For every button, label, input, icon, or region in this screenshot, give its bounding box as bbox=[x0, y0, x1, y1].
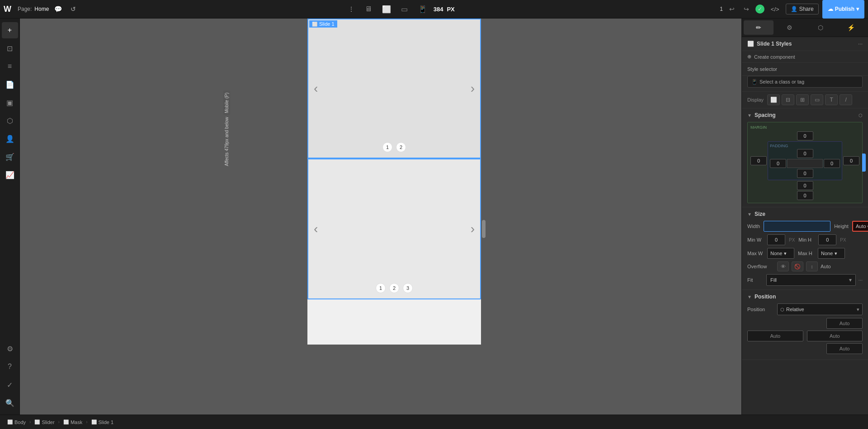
sidebar-icon-users[interactable]: 👤 bbox=[2, 131, 18, 147]
pos-auto-top[interactable]: Auto bbox=[826, 318, 863, 329]
redo-btn[interactable]: ↪ bbox=[741, 4, 752, 14]
sidebar-icon-menu[interactable]: ≡ bbox=[2, 58, 18, 75]
publish-btn[interactable]: ☁ Publish ▾ bbox=[822, 0, 864, 19]
create-component-btn[interactable]: ⊕ Create component bbox=[742, 51, 868, 63]
spacing-right-handle[interactable] bbox=[862, 154, 866, 172]
code-btn[interactable]: </> bbox=[768, 4, 782, 14]
overflow-hidden-btn[interactable]: 🚫 bbox=[792, 261, 803, 271]
sidebar-icon-add[interactable]: + bbox=[2, 22, 18, 38]
overflow-auto-label[interactable]: Auto bbox=[821, 264, 831, 269]
pos-auto-bottom[interactable]: Auto bbox=[826, 343, 863, 354]
tablet-btn[interactable]: ⬜ bbox=[379, 2, 394, 16]
sidebar-icon-pages[interactable]: 📄 bbox=[2, 76, 18, 93]
sidebar-icon-help[interactable]: ? bbox=[2, 359, 18, 375]
position-collapse[interactable]: ▼ bbox=[747, 294, 752, 299]
nav-arrow-right[interactable]: › bbox=[471, 81, 475, 96]
tab-style[interactable]: ✏ bbox=[744, 20, 774, 35]
margin-bottom-input[interactable]: 0 bbox=[797, 181, 813, 190]
position-value: Relative bbox=[786, 307, 804, 312]
tab-interactions[interactable]: ⬡ bbox=[806, 20, 835, 35]
margin-left-input[interactable]: 0 bbox=[750, 156, 767, 165]
dot-1[interactable]: 1 bbox=[382, 142, 392, 152]
preview-btn[interactable]: ↺ bbox=[67, 3, 80, 15]
breadcrumb-mask[interactable]: ⬜ Mask bbox=[60, 418, 86, 427]
overflow-visible-btn[interactable]: 👁 bbox=[777, 261, 789, 271]
width-input[interactable] bbox=[764, 221, 830, 232]
overflow-scroll-btn[interactable]: ↕ bbox=[806, 261, 818, 271]
margin-top-input[interactable]: 0 bbox=[797, 131, 813, 140]
styles-more-btn[interactable]: ··· bbox=[858, 41, 863, 47]
fit-label: Fit bbox=[747, 277, 764, 283]
padding-left-input[interactable]: 0 bbox=[770, 159, 786, 168]
breadcrumb-slide1[interactable]: ⬜ Slide 1 bbox=[88, 418, 118, 427]
padding-label: PADDING bbox=[770, 144, 840, 148]
dot-b-1[interactable]: 1 bbox=[376, 283, 386, 293]
margin-right-input[interactable]: 0 bbox=[843, 156, 859, 165]
more-options-btn[interactable]: ⋮ bbox=[345, 3, 358, 15]
sidebar-icon-components[interactable]: ⬡ bbox=[2, 112, 18, 129]
topbar-left: W Page: Home 💬 ↺ bbox=[4, 3, 80, 15]
position-select[interactable]: ⬡ Relative ▾ bbox=[777, 303, 863, 315]
sidebar-icon-settings[interactable]: ⚙ bbox=[2, 340, 18, 357]
breadcrumb-slider[interactable]: ⬜ Slider bbox=[31, 418, 58, 427]
fit-dropdown[interactable]: Fill ▾ bbox=[766, 274, 856, 286]
sidebar-icon-search[interactable]: 🔍 bbox=[2, 395, 18, 411]
tab-logic[interactable]: ⚡ bbox=[836, 20, 866, 35]
display-code-btn[interactable]: / bbox=[840, 94, 852, 105]
tab-settings[interactable]: ⚙ bbox=[774, 20, 804, 35]
sidebar-icon-ecommerce[interactable]: 🛒 bbox=[2, 149, 18, 165]
breadcrumb-bar: ⬜ Body › ⬜ Slider › ⬜ Mask › ⬜ Slide 1 bbox=[0, 415, 868, 429]
dot-2[interactable]: 2 bbox=[396, 142, 406, 152]
sidebar-icon-layers[interactable]: ⊡ bbox=[2, 40, 18, 56]
comment-btn[interactable]: 💬 bbox=[52, 3, 64, 15]
undo-btn[interactable]: ↩ bbox=[726, 4, 737, 14]
sidebar-icon-assets[interactable]: ▣ bbox=[2, 94, 18, 111]
padding-bottom-input[interactable]: 0 bbox=[797, 169, 813, 178]
sidebar-icon-marketing[interactable]: 📈 bbox=[2, 167, 18, 183]
display-text-btn[interactable]: T bbox=[825, 94, 838, 105]
page-name[interactable]: Home bbox=[34, 6, 49, 12]
resize-handle[interactable] bbox=[482, 220, 486, 238]
share-icon: 👤 bbox=[791, 6, 797, 12]
tablet-sm-btn[interactable]: ▭ bbox=[397, 2, 412, 16]
spacing-more-btn[interactable]: ⬡ bbox=[859, 113, 863, 118]
slide-label: ⬜ Slide 1 bbox=[309, 20, 337, 28]
min-w-input[interactable] bbox=[767, 234, 785, 245]
extra-padding-input[interactable]: 0 bbox=[797, 191, 813, 200]
padding-top-input[interactable]: 0 bbox=[797, 149, 813, 158]
display-block-btn[interactable]: ⬜ bbox=[767, 94, 780, 105]
sidebar-icon-tasks[interactable]: ✓ bbox=[2, 377, 18, 393]
padding-right-input[interactable]: 0 bbox=[824, 159, 840, 168]
pos-auto-right[interactable]: Auto bbox=[807, 331, 863, 341]
fit-more-btn[interactable]: ··· bbox=[859, 277, 863, 283]
dot-indicators-bottom: 1 2 3 bbox=[376, 283, 413, 293]
position-chevron: ▾ bbox=[857, 307, 859, 312]
spacing-collapse[interactable]: ▼ bbox=[747, 113, 752, 118]
dot-b-3[interactable]: 3 bbox=[403, 283, 413, 293]
min-h-input[interactable] bbox=[818, 234, 836, 245]
slide1[interactable]: ⬜ Slide 1 ‹ › 1 2 bbox=[307, 19, 481, 159]
height-input-wrap[interactable]: Auto ▾ bbox=[852, 221, 868, 232]
margin-right-cell: 0 bbox=[843, 141, 859, 180]
overflow-row: Overflow 👁 🚫 ↕ Auto bbox=[747, 261, 863, 271]
padding-top-row: 0 bbox=[770, 149, 840, 158]
slide1-icon: ⬜ bbox=[91, 420, 97, 424]
display-inline-btn[interactable]: ▭ bbox=[811, 94, 823, 105]
max-w-dropdown[interactable]: None ▾ bbox=[767, 248, 794, 259]
size-collapse[interactable]: ▼ bbox=[747, 212, 752, 217]
pos-auto-left[interactable]: Auto bbox=[747, 331, 803, 341]
display-flex-btn[interactable]: ⊟ bbox=[782, 94, 794, 105]
nav-arrow-left[interactable]: ‹ bbox=[314, 81, 318, 96]
nav-arrow-left-2[interactable]: ‹ bbox=[314, 222, 318, 236]
nav-arrow-right-2[interactable]: › bbox=[471, 222, 475, 236]
display-grid-btn[interactable]: ⊞ bbox=[796, 94, 809, 105]
dot-b-2[interactable]: 2 bbox=[389, 283, 399, 293]
slide2[interactable]: ‹ › 1 2 3 bbox=[307, 159, 481, 299]
breadcrumb-body[interactable]: ⬜ Body bbox=[4, 418, 29, 427]
max-h-dropdown[interactable]: None ▾ bbox=[818, 248, 845, 259]
share-btn[interactable]: 👤 Share bbox=[786, 4, 819, 14]
style-selector-input[interactable]: 📱 Select a class or tag bbox=[747, 76, 863, 88]
desktop-btn[interactable]: 🖥 bbox=[361, 2, 376, 16]
mobile-btn[interactable]: 📱 bbox=[415, 2, 430, 16]
padding-container: PADDING 0 0 0 bbox=[768, 141, 842, 180]
